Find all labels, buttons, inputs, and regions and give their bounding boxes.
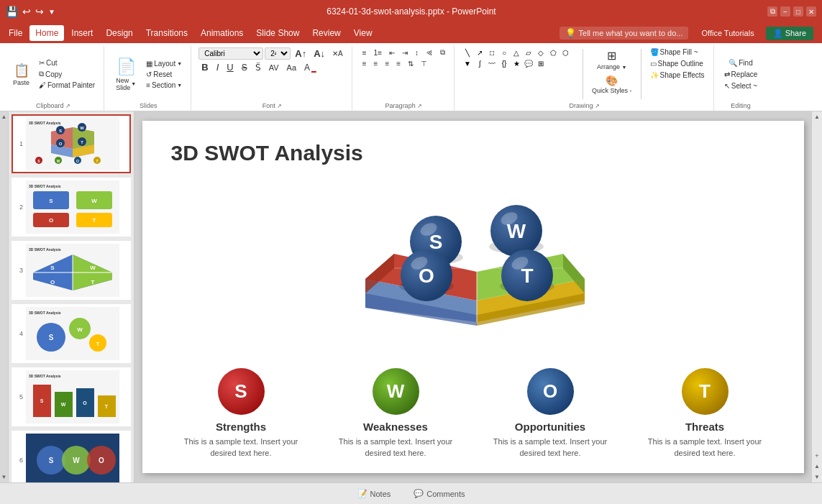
bold-button[interactable]: B — [198, 61, 211, 73]
clear-formatting-button[interactable]: ✕A — [329, 49, 346, 58]
shape-bracket-btn[interactable]: {} — [498, 58, 510, 68]
copy-button[interactable]: ⧉ Copy — [36, 69, 98, 79]
slide-thumb-1[interactable]: 1 3D SWOT Analysis S W O — [12, 114, 131, 173]
customize-icon[interactable]: ▼ — [48, 8, 55, 16]
text-direction-button[interactable]: ⇅ — [405, 59, 416, 68]
slide-thumb-4[interactable]: 4 3D SWOT Analysis S W T — [12, 304, 131, 363]
menu-review[interactable]: Review — [306, 25, 346, 41]
italic-button[interactable]: I — [214, 61, 222, 73]
change-case-button[interactable]: Aa — [284, 63, 299, 73]
tell-me-input[interactable]: 💡 Tell me what you want to do... — [560, 27, 689, 40]
menu-design[interactable]: Design — [100, 25, 138, 41]
maximize-button[interactable]: □ — [793, 6, 803, 17]
shape-fill-button[interactable]: 🪣 Shape Fill ~ — [647, 47, 708, 57]
strengths-label: Strengths — [216, 421, 266, 433]
comments-button[interactable]: 💬 Comments — [409, 487, 469, 500]
shape-curve-btn[interactable]: ∫ — [474, 58, 485, 68]
shape-parallelogram-btn[interactable]: ▱ — [523, 47, 534, 58]
shape-rect-btn[interactable]: □ — [486, 47, 498, 58]
quick-styles-button[interactable]: 🎨 Quick Styles - — [589, 73, 635, 96]
char-spacing-button[interactable]: AV — [266, 63, 282, 73]
reset-button[interactable]: ↺ Reset — [143, 70, 185, 79]
select-button[interactable]: ↖ Select ~ — [721, 81, 760, 91]
font-color-button[interactable]: A_ — [301, 62, 319, 73]
align-left-button[interactable]: ≡ — [360, 59, 370, 68]
decrease-font-button[interactable]: A↓ — [311, 47, 328, 60]
increase-font-button[interactable]: A↑ — [292, 47, 309, 60]
shape-callout-btn[interactable]: 💬 — [523, 58, 534, 68]
slide-thumb-3[interactable]: 3 3D SWOT Analysis S W O T — [12, 241, 131, 300]
section-button[interactable]: ≡ Section ▼ — [143, 81, 185, 90]
redo-icon[interactable]: ↪ — [35, 6, 44, 17]
shape-star-btn[interactable]: ★ — [511, 58, 522, 68]
shape-pentagon-btn[interactable]: ⬠ — [547, 47, 559, 58]
svg-text:S: S — [49, 334, 54, 342]
shape-outline-button[interactable]: ▭ Shape Outline — [647, 59, 708, 68]
slide-thumb-6[interactable]: 6 S W O — [12, 431, 131, 482]
shadow-button[interactable]: S̈ — [252, 62, 264, 73]
svg-text:3D SWOT Analysis: 3D SWOT Analysis — [29, 121, 61, 125]
numbering-button[interactable]: 1≡ — [371, 48, 385, 58]
minimize-button[interactable]: − — [780, 6, 790, 17]
menu-slide-show[interactable]: Slide Show — [250, 25, 305, 41]
smart-art-button[interactable]: ⧉ — [437, 47, 448, 58]
share-button[interactable]: 👤 Share — [766, 27, 813, 40]
format-painter-button[interactable]: 🖌 Format Painter — [36, 81, 98, 90]
close-button[interactable]: ✕ — [806, 6, 816, 17]
align-text-button[interactable]: ⊤ — [418, 59, 430, 68]
clipboard-group: 📋 Paste ✂ Cut ⧉ Copy 🖌 Format Painter Cl… — [3, 46, 104, 111]
shape-effects-button[interactable]: ✨ Shape Effects — [647, 70, 708, 80]
find-button[interactable]: 🔍 Find — [726, 58, 755, 68]
slide-thumb-5[interactable]: 5 3D SWOT Analysis S W O T — [12, 367, 131, 426]
shape-triangle-btn[interactable]: △ — [511, 47, 522, 58]
menu-view[interactable]: View — [348, 25, 378, 41]
align-center-button[interactable]: ≡ — [371, 59, 381, 68]
restore-icon[interactable]: ⧉ — [767, 6, 777, 17]
paste-button[interactable]: 📋 Paste — [9, 60, 34, 88]
opportunities-label: Opportunities — [515, 421, 585, 433]
layout-button[interactable]: ▦ Layout ▼ — [143, 59, 185, 68]
underline-button[interactable]: U — [224, 61, 236, 73]
line-spacing-button[interactable]: ↕ — [412, 48, 421, 58]
scroll-right-add-btn[interactable]: + — [812, 450, 823, 461]
menu-home[interactable]: Home — [29, 25, 64, 41]
vertical-scrollbar[interactable]: ▲ + ▲ ▼ — [811, 111, 822, 482]
font-size-select[interactable]: 24 — [265, 47, 291, 60]
scroll-right-up-btn[interactable]: ▲ — [812, 461, 823, 472]
save-icon[interactable]: 💾 — [6, 6, 18, 17]
scroll-up-btn[interactable]: ▲ — [812, 111, 823, 122]
strikethrough-button[interactable]: S — [239, 62, 250, 73]
slide-thumb-2[interactable]: 2 3D SWOT Analysis S W O T — [12, 178, 131, 237]
bullets-button[interactable]: ≡ — [360, 48, 370, 58]
shape-circle-btn[interactable]: ○ — [498, 47, 510, 58]
replace-icon: ⇄ — [724, 70, 730, 78]
office-tutorials-button[interactable]: Office Tutorials — [695, 26, 759, 40]
cut-button[interactable]: ✂ Cut — [36, 58, 98, 68]
menu-file[interactable]: File — [3, 25, 28, 41]
columns-button[interactable]: ⫷ — [423, 48, 436, 58]
undo-icon[interactable]: ↩ — [22, 6, 31, 17]
shape-more-btn[interactable]: ▼ — [462, 58, 473, 68]
shape-arrow-btn[interactable]: ↗ — [474, 47, 485, 58]
shape-freeform-btn[interactable]: 〰 — [486, 58, 498, 68]
replace-button[interactable]: ⇄ Replace — [721, 70, 761, 79]
shape-line-btn[interactable]: ╲ — [462, 47, 473, 58]
quick-access-toolbar[interactable]: 💾 ↩ ↪ ▼ — [6, 6, 55, 17]
align-right-button[interactable]: ≡ — [382, 59, 392, 68]
scroll-down-btn[interactable]: ▼ — [812, 472, 823, 482]
new-slide-button[interactable]: 📄 NewSlide ▼ — [111, 55, 140, 93]
slide-panel-scrollbar[interactable]: ▲ ▼ — [0, 111, 9, 482]
justify-button[interactable]: ≡ — [393, 59, 403, 68]
font-name-select[interactable]: Calibri — [198, 47, 263, 60]
menu-insert[interactable]: Insert — [65, 25, 99, 41]
shape-equation-btn[interactable]: ⊞ — [535, 58, 547, 68]
menu-animations[interactable]: Animations — [195, 25, 249, 41]
menu-transitions[interactable]: Transitions — [140, 25, 193, 41]
window-controls[interactable]: ⧉ − □ ✕ — [767, 6, 816, 17]
shape-diamond-btn[interactable]: ◇ — [535, 47, 547, 58]
shape-hexagon-btn[interactable]: ⬡ — [560, 47, 571, 58]
increase-indent-button[interactable]: ⇥ — [399, 48, 411, 58]
notes-button[interactable]: 📝 Notes — [353, 487, 396, 500]
decrease-indent-button[interactable]: ⇤ — [386, 48, 398, 58]
arrange-button[interactable]: ⊞ Arrange ▼ — [594, 47, 629, 72]
